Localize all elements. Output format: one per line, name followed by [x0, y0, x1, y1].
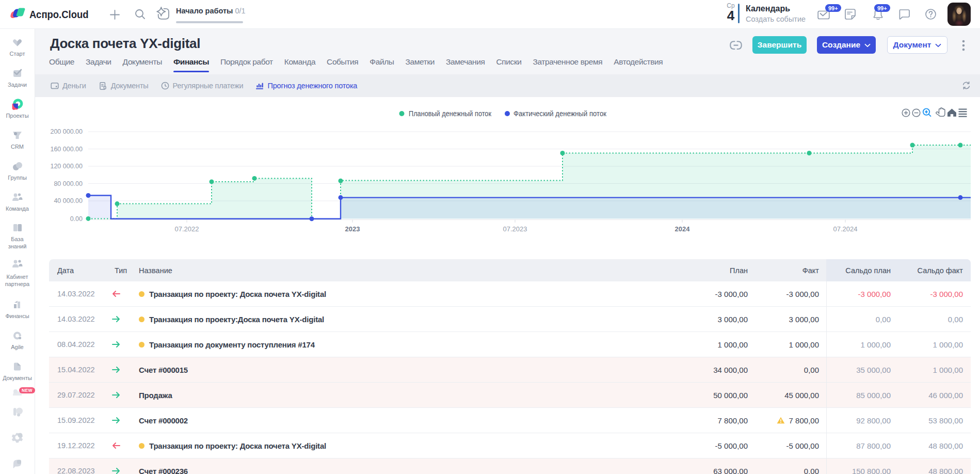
svg-text:07.2023: 07.2023 [503, 225, 527, 233]
svg-text:07.2024: 07.2024 [833, 225, 858, 233]
svg-text:07.2022: 07.2022 [175, 225, 199, 233]
svg-text:40 000.00: 40 000.00 [54, 197, 83, 204]
svg-text:120 000.00: 120 000.00 [50, 163, 83, 170]
svg-text:2023: 2023 [345, 225, 360, 233]
svg-text:Фактический денежный поток: Фактический денежный поток [513, 109, 607, 118]
svg-text:Плановый денежный поток: Плановый денежный поток [409, 109, 492, 118]
svg-text:80 000.00: 80 000.00 [54, 180, 83, 187]
svg-text:0.00: 0.00 [70, 215, 83, 223]
svg-text:160 000.00: 160 000.00 [50, 146, 83, 153]
svg-text:200 000.00: 200 000.00 [50, 128, 83, 135]
svg-text:2024: 2024 [675, 225, 690, 233]
